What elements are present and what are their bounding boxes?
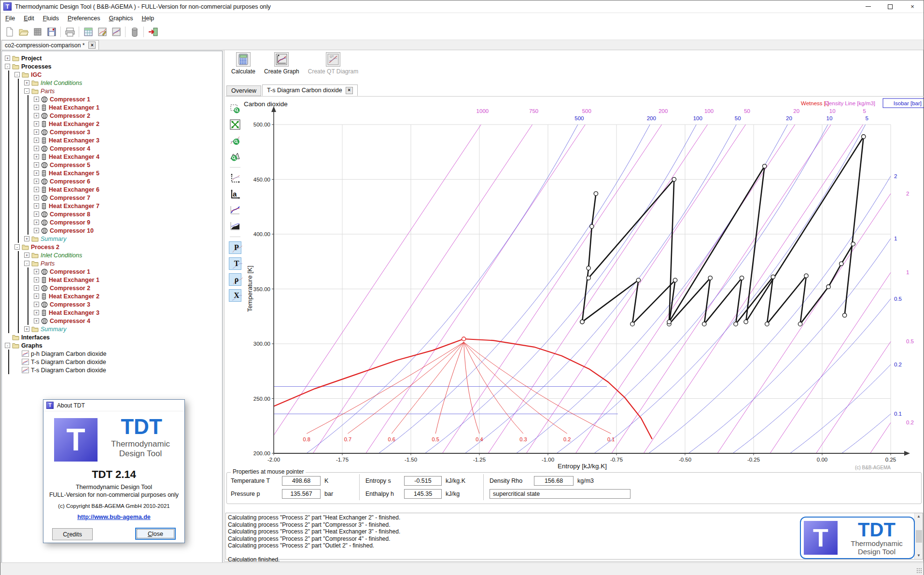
tree-item-summary[interactable]: +Summary bbox=[24, 235, 222, 243]
tree-item-parts[interactable]: -Parts bbox=[24, 87, 222, 95]
document-tab[interactable]: co2-compression-comparison * × bbox=[1, 40, 99, 50]
expand-icon[interactable]: + bbox=[34, 294, 39, 299]
menu-fluids[interactable]: Fluids bbox=[39, 14, 63, 23]
tab-overview[interactable]: Overview bbox=[226, 85, 261, 96]
zoom-fit-icon[interactable] bbox=[229, 118, 241, 131]
save-icon[interactable] bbox=[45, 25, 58, 38]
scroll-thumb[interactable] bbox=[916, 530, 922, 543]
expand-icon[interactable]: + bbox=[34, 187, 39, 192]
tree-item-compressor-2[interactable]: +Compressor 2 bbox=[34, 112, 222, 120]
close-button[interactable]: × bbox=[901, 0, 924, 13]
tree-item-compressor-3[interactable]: +Compressor 3 bbox=[34, 300, 222, 309]
table-icon[interactable] bbox=[82, 25, 95, 38]
menu-preferences[interactable]: Preferences bbox=[64, 14, 104, 23]
about-website-link[interactable]: http://www.bub-agema.de bbox=[43, 514, 184, 520]
enthalpy-value[interactable]: 145.35 bbox=[404, 489, 442, 499]
zoom-shape-icon[interactable] bbox=[229, 150, 241, 163]
expand-icon[interactable]: + bbox=[34, 129, 39, 135]
toggle-density-button[interactable]: ρ bbox=[229, 273, 241, 286]
calculate-button[interactable]: Calculate bbox=[231, 52, 255, 75]
menu-edit[interactable]: Edit bbox=[20, 14, 38, 23]
tree-item-inlet-conditions[interactable]: +Inlet Conditions bbox=[24, 79, 222, 87]
create-graph-button[interactable]: Create Graph bbox=[264, 52, 299, 75]
expand-icon[interactable]: + bbox=[34, 105, 39, 110]
tree-item-summary[interactable]: +Summary bbox=[24, 325, 222, 333]
toggle-isotherm-button[interactable]: T bbox=[229, 257, 241, 270]
tree-item-heat-exchanger-2[interactable]: +Heat Exchanger 2 bbox=[34, 120, 222, 128]
tree-item-heat-exchanger-5[interactable]: +Heat Exchanger 5 bbox=[34, 169, 222, 177]
resize-grip[interactable] bbox=[916, 568, 922, 574]
maximize-button[interactable] bbox=[879, 0, 901, 13]
collapse-icon[interactable]: - bbox=[24, 261, 29, 266]
tab-t-s-diagram-carbon-dioxide[interactable]: T-s Diagram Carbon dioxide× bbox=[262, 84, 358, 96]
database-icon[interactable] bbox=[31, 25, 44, 38]
new-icon[interactable] bbox=[3, 25, 16, 38]
expand-icon[interactable]: + bbox=[34, 121, 39, 126]
credits-button[interactable]: Credits bbox=[52, 528, 93, 540]
tree-item-parts[interactable]: -Parts bbox=[24, 259, 222, 267]
tree-item-t-s-diagram-carbon-dioxide[interactable]: T-s Diagram Carbon dioxide bbox=[14, 366, 222, 374]
tree-item-heat-exchanger-6[interactable]: +Heat Exchanger 6 bbox=[34, 185, 222, 194]
collapse-icon[interactable]: - bbox=[5, 64, 10, 69]
collapse-icon[interactable]: - bbox=[14, 72, 20, 77]
open-icon[interactable] bbox=[17, 25, 30, 38]
expand-icon[interactable]: + bbox=[34, 203, 39, 209]
delete-icon[interactable] bbox=[128, 25, 141, 38]
document-tab-close-icon[interactable]: × bbox=[88, 42, 96, 49]
expand-icon[interactable]: + bbox=[34, 162, 39, 168]
axes-label-icon[interactable]: a bbox=[229, 188, 241, 200]
tree-item-graphs[interactable]: -Graphs bbox=[5, 341, 222, 350]
expand-icon[interactable]: + bbox=[24, 236, 29, 241]
density-value[interactable]: 156.68 bbox=[534, 476, 574, 486]
scroll-up-icon[interactable]: ▲ bbox=[917, 513, 921, 520]
print-icon[interactable] bbox=[63, 25, 76, 38]
expand-icon[interactable]: + bbox=[34, 146, 39, 151]
expand-icon[interactable]: + bbox=[34, 318, 39, 323]
tree-item-processes[interactable]: -Processes bbox=[5, 62, 222, 70]
tree-item-compressor-5[interactable]: +Compressor 5 bbox=[34, 161, 222, 169]
scroll-down-icon[interactable]: ▼ bbox=[917, 552, 921, 560]
entropy-value[interactable]: -0.515 bbox=[404, 476, 442, 486]
tree-item-inlet-conditions[interactable]: +Inlet Conditions bbox=[24, 251, 222, 259]
tree-item-compressor-6[interactable]: +Compressor 6 bbox=[34, 177, 222, 185]
tree-item-compressor-7[interactable]: +Compressor 7 bbox=[34, 194, 222, 202]
tree-item-process-2[interactable]: -Process 2 bbox=[14, 243, 222, 251]
expand-icon[interactable]: + bbox=[34, 179, 39, 184]
log-scrollbar[interactable]: ▲ ▼ bbox=[914, 513, 923, 559]
toggle-wetness-button[interactable]: X bbox=[229, 289, 241, 302]
minimize-button[interactable] bbox=[857, 0, 879, 13]
tree-item-heat-exchanger-2[interactable]: +Heat Exchanger 2 bbox=[34, 292, 222, 300]
collapse-icon[interactable]: - bbox=[24, 88, 29, 94]
tree-item-heat-exchanger-3[interactable]: +Heat Exchanger 3 bbox=[34, 136, 222, 144]
collapse-icon[interactable]: - bbox=[5, 343, 10, 348]
tree-item-t-s-diagram-carbon-dioxide[interactable]: T-s Diagram Carbon dioxide bbox=[14, 358, 222, 366]
expand-icon[interactable]: + bbox=[34, 228, 39, 233]
tree-item-interfaces[interactable]: Interfaces bbox=[5, 333, 222, 341]
tree-item-compressor-4[interactable]: +Compressor 4 bbox=[34, 144, 222, 153]
tree-item-compressor-1[interactable]: +Compressor 1 bbox=[34, 267, 222, 276]
temperature-value[interactable]: 498.68 bbox=[282, 476, 321, 486]
curve-style-icon[interactable] bbox=[229, 204, 241, 216]
axes-setup-icon[interactable] bbox=[229, 172, 241, 184]
expand-icon[interactable]: + bbox=[34, 138, 39, 143]
tree-item-compressor-1[interactable]: +Compressor 1 bbox=[34, 95, 222, 103]
tree-item-p-h-diagram-carbon-dioxide[interactable]: p-h Diagram Carbon dioxide bbox=[14, 350, 222, 358]
tree-item-compressor-8[interactable]: +Compressor 8 bbox=[34, 210, 222, 218]
tree-item-heat-exchanger-3[interactable]: +Heat Exchanger 3 bbox=[34, 309, 222, 317]
expand-icon[interactable]: + bbox=[34, 310, 39, 315]
tree-item-project[interactable]: +Project bbox=[5, 54, 222, 62]
toggle-isobar-button[interactable]: P bbox=[229, 241, 241, 254]
expand-icon[interactable]: + bbox=[24, 326, 29, 332]
tree-item-heat-exchanger-7[interactable]: +Heat Exchanger 7 bbox=[34, 202, 222, 210]
expand-icon[interactable]: + bbox=[34, 220, 39, 225]
exit-icon[interactable] bbox=[146, 25, 159, 38]
tree-item-compressor-3[interactable]: +Compressor 3 bbox=[34, 128, 222, 136]
edit-graph-icon[interactable] bbox=[96, 25, 109, 38]
tree-item-igc[interactable]: -IGC bbox=[14, 70, 222, 79]
expand-icon[interactable]: + bbox=[34, 154, 39, 159]
pressure-value[interactable]: 135.567 bbox=[282, 489, 321, 499]
tree-item-compressor-2[interactable]: +Compressor 2 bbox=[34, 284, 222, 292]
tree-item-heat-exchanger-4[interactable]: +Heat Exchanger 4 bbox=[34, 153, 222, 161]
curve-fill-icon[interactable] bbox=[229, 220, 241, 232]
close-dialog-button[interactable]: Close bbox=[135, 528, 176, 540]
